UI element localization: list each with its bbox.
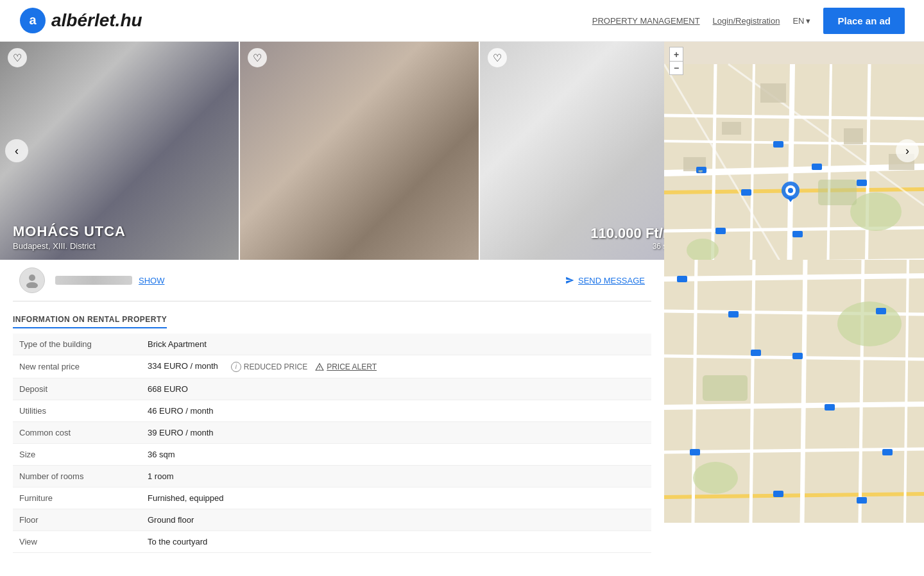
row-label: Number of rooms: [13, 465, 141, 487]
row-value: 334 EURO / monthi REDUCED PRICE PRICE AL…: [141, 355, 651, 378]
property-info-section: INFORMATION ON RENTAL PROPERTY Type of t…: [13, 314, 651, 553]
svg-rect-21: [844, 128, 863, 144]
svg-text:a: a: [29, 13, 37, 27]
map-sidebar: [664, 260, 924, 553]
svg-point-54: [693, 462, 738, 494]
row-value: 39 EURO / month: [141, 421, 651, 443]
send-message-button[interactable]: SEND MESSAGE: [565, 276, 645, 285]
gallery-next-button[interactable]: ›: [896, 139, 919, 162]
svg-rect-30: [715, 228, 726, 234]
table-row: Utilities46 EURO / month: [13, 400, 651, 421]
logo-icon: a: [19, 7, 46, 34]
gallery-street: MOHÁCS UTCA: [13, 223, 126, 240]
svg-point-36: [29, 275, 35, 281]
header-nav: PROPERTY MANAGEMENT Login/Registration E…: [592, 8, 905, 34]
table-row: ViewTo the courtyard: [13, 530, 651, 552]
row-label: Size: [13, 443, 141, 465]
send-icon: [565, 276, 574, 285]
show-contact-link[interactable]: SHOW: [139, 276, 164, 285]
table-row: Common cost39 EURO / month: [13, 421, 651, 443]
svg-rect-61: [690, 449, 700, 455]
row-value: 46 EURO / month: [141, 400, 651, 421]
main-content: SHOW SEND MESSAGE INFORMATION ON RENTAL …: [0, 260, 664, 553]
favorite-button-3[interactable]: ♡: [488, 48, 507, 67]
svg-point-37: [26, 282, 38, 288]
header: a albérlet.hu PROPERTY MANAGEMENT Login/…: [0, 0, 924, 42]
svg-point-34: [788, 188, 793, 193]
place-ad-button[interactable]: Place an ad: [823, 8, 905, 34]
svg-point-16: [850, 192, 902, 231]
svg-rect-59: [876, 308, 886, 314]
svg-line-50: [802, 260, 805, 523]
user-avatar-icon: [24, 273, 40, 288]
contact-bar: SHOW SEND MESSAGE: [13, 260, 651, 301]
svg-point-40: [320, 368, 320, 369]
property-info-table: Type of the buildingBrick ApartmentNew r…: [13, 334, 651, 553]
favorite-button-2[interactable]: ♡: [248, 48, 267, 67]
svg-rect-64: [751, 350, 761, 356]
content-wrapper: SHOW SEND MESSAGE INFORMATION ON RENTAL …: [0, 260, 924, 553]
row-label: Type of the building: [13, 334, 141, 355]
row-label: View: [13, 530, 141, 552]
svg-rect-20: [760, 83, 786, 103]
login-registration-link[interactable]: Login/Registration: [713, 16, 780, 26]
map-zoom-in-button[interactable]: +: [669, 47, 683, 61]
svg-marker-38: [566, 277, 574, 284]
reduced-price-badge: i REDUCED PRICE: [231, 362, 307, 372]
svg-line-42: [664, 276, 924, 279]
row-value: Furnished, equipped: [141, 487, 651, 509]
svg-rect-58: [792, 353, 803, 359]
info-section-title: INFORMATION ON RENTAL PROPERTY: [13, 315, 167, 328]
map-extension-svg: [664, 260, 924, 523]
gallery-prev-button[interactable]: ‹: [5, 139, 28, 162]
price-badges: i REDUCED PRICE PRICE ALERT: [231, 362, 377, 372]
table-row: Number of rooms1 room: [13, 465, 651, 487]
map-area[interactable]: 🚌 + −: [664, 42, 924, 260]
row-value: Ground floor: [141, 509, 651, 530]
table-row: FurnitureFurnished, equipped: [13, 487, 651, 509]
contact-name-blurred: [55, 276, 132, 285]
gallery-district: Budapest, XIII. District: [13, 241, 126, 251]
row-label: Common cost: [13, 421, 141, 443]
gallery-photo-2: ♡: [239, 42, 479, 260]
svg-rect-28: [773, 141, 783, 148]
row-label: Floor: [13, 509, 141, 530]
svg-rect-65: [857, 497, 867, 504]
logo-text: albérlet.hu: [51, 10, 142, 31]
map-zoom-out-button[interactable]: −: [669, 61, 683, 75]
table-row: Size36 sqm: [13, 443, 651, 465]
svg-rect-56: [677, 276, 687, 282]
table-row: Type of the buildingBrick Apartment: [13, 334, 651, 355]
table-row: New rental price334 EURO / monthi REDUCE…: [13, 355, 651, 378]
logo[interactable]: a albérlet.hu: [19, 7, 142, 34]
svg-rect-27: [812, 164, 822, 170]
map-svg: 🚌: [664, 42, 924, 260]
property-management-link[interactable]: PROPERTY MANAGEMENT: [592, 16, 700, 26]
table-row: Deposit668 EURO: [13, 378, 651, 400]
row-label: Furniture: [13, 487, 141, 509]
table-row: FloorGround floor: [13, 509, 651, 530]
gallery-section: ♡ ♡ ♡ ♡ ‹ › MOHÁCS UTCA Budapest, XIII. …: [0, 42, 924, 260]
favorite-button-1[interactable]: ♡: [8, 48, 27, 67]
map-container: 🚌 + −: [664, 42, 924, 260]
contact-info: SHOW: [55, 276, 555, 285]
svg-rect-57: [728, 311, 739, 318]
row-value: To the courtyard: [141, 530, 651, 552]
row-label: Utilities: [13, 400, 141, 421]
language-selector[interactable]: EN ▾: [792, 16, 810, 26]
row-value: 668 EURO: [141, 378, 651, 400]
svg-point-53: [837, 301, 902, 346]
svg-rect-19: [722, 122, 741, 135]
price-alert-link[interactable]: PRICE ALERT: [315, 362, 377, 371]
map-controls: + −: [669, 47, 683, 75]
row-label: Deposit: [13, 378, 141, 400]
svg-line-45: [664, 404, 924, 407]
svg-rect-31: [792, 231, 803, 237]
row-value: 1 room: [141, 465, 651, 487]
svg-rect-63: [882, 449, 893, 455]
row-value: 36 sqm: [141, 443, 651, 465]
svg-rect-60: [825, 404, 835, 411]
gallery-address-info: MOHÁCS UTCA Budapest, XIII. District: [0, 214, 139, 260]
map-sidebar-extension[interactable]: [664, 260, 924, 523]
svg-rect-62: [773, 491, 783, 497]
